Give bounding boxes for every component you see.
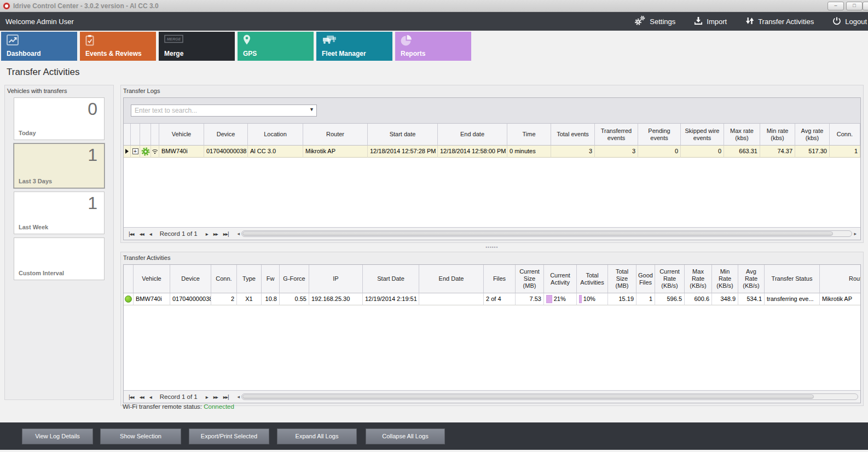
nav-next-icon[interactable]: ▸: [206, 394, 208, 400]
column-header-conn[interactable]: Conn.: [830, 124, 860, 146]
column-header-max_rate[interactable]: Max Rate (KB/s): [685, 265, 712, 293]
scroll-right-icon[interactable]: ▸: [854, 231, 857, 236]
column-header-total_size[interactable]: Total Size (MB): [608, 265, 636, 293]
column-header-start_date[interactable]: Start Date: [363, 265, 419, 293]
nav-next-page-icon[interactable]: ▸▸: [213, 394, 218, 400]
chevron-down-icon[interactable]: ▼: [309, 107, 314, 112]
tab-dashboard-label: Dashboard: [7, 50, 41, 57]
expand-all-logs-button[interactable]: Expand All Logs: [277, 428, 357, 444]
import-label: Import: [707, 18, 727, 26]
column-header-vehicle[interactable]: Vehicle: [134, 265, 170, 293]
close-button[interactable]: ✕: [863, 2, 868, 10]
status-green-icon: [124, 293, 134, 305]
table-row[interactable]: +BMW740i017040000038Al CC 3.0Mikrotik AP…: [124, 146, 860, 158]
scroll-left-icon[interactable]: ◂: [237, 394, 240, 399]
column-header-transferred_events[interactable]: Transferred events: [595, 124, 638, 146]
scroll-left-icon[interactable]: ◂: [237, 231, 240, 236]
column-header-skipped_wire_events[interactable]: Skipped wire events: [681, 124, 724, 146]
column-header-router[interactable]: Router: [303, 124, 368, 146]
activities-horizontal-scrollbar[interactable]: ◂: [235, 393, 858, 400]
card-last-3-days[interactable]: 1 Last 3 Days: [14, 143, 105, 188]
panel-splitter[interactable]: ▪▪▪▪▪▪: [120, 246, 864, 250]
column-header-device[interactable]: Device: [204, 124, 248, 146]
column-header-total_activities[interactable]: Total Activities: [577, 265, 608, 293]
column-header-row_indicator[interactable]: [124, 124, 131, 146]
export-print-selected-button[interactable]: Export/Print Selected: [189, 428, 269, 444]
tab-dashboard[interactable]: Dashboard: [1, 32, 77, 61]
column-header-time[interactable]: Time: [507, 124, 551, 146]
nav-prev-icon[interactable]: ◂: [149, 231, 152, 237]
column-header-transfer_status[interactable]: Transfer Status: [765, 265, 820, 293]
column-header-status[interactable]: [124, 265, 134, 293]
nav-last-icon[interactable]: ▸▸|: [223, 231, 229, 237]
column-header-end_date[interactable]: End date: [438, 124, 507, 146]
settings-button[interactable]: Settings: [634, 15, 675, 27]
wifi-status-label: Wi-Fi transfer remote status:: [123, 403, 202, 410]
nav-next-page-icon[interactable]: ▸▸: [213, 231, 218, 237]
cell-files: 2 of 4: [484, 293, 516, 305]
column-header-files[interactable]: Files: [484, 265, 516, 293]
show-selection-button[interactable]: Show Selection: [100, 428, 181, 444]
column-header-fw[interactable]: Fw: [262, 265, 280, 293]
nav-prev-page-icon[interactable]: ◂◂: [140, 394, 144, 400]
activities-scroll-thumb[interactable]: [242, 395, 814, 399]
maximize-button[interactable]: □: [846, 2, 863, 10]
card-last-week[interactable]: 1 Last Week: [14, 192, 105, 234]
activities-record-navigator: |◂◂ ◂◂ ◂ Record 1 of 1 ▸ ▸▸ ▸▸| ◂: [124, 390, 860, 403]
logs-scroll-track[interactable]: [241, 230, 852, 237]
tab-events-reviews[interactable]: Events & Reviews: [80, 32, 156, 61]
minimize-button[interactable]: –: [828, 2, 844, 10]
column-header-current_size[interactable]: Current Size (MB): [516, 265, 544, 293]
nav-prev-icon[interactable]: ◂: [149, 394, 152, 400]
view-log-details-button[interactable]: View Log Details: [22, 428, 93, 444]
nav-first-icon[interactable]: |◂◂: [129, 394, 134, 400]
column-header-wifi[interactable]: [151, 124, 159, 146]
row-arrow-icon: [124, 146, 131, 158]
column-header-device[interactable]: Device: [170, 265, 211, 293]
nav-last-icon[interactable]: ▸▸|: [223, 394, 229, 400]
table-row[interactable]: BMW740i0170400000382X110.80.55192.168.25…: [124, 293, 860, 305]
column-header-conn[interactable]: Conn.: [211, 265, 237, 293]
column-header-location[interactable]: Location: [248, 124, 303, 146]
column-header-avg_rate[interactable]: Avg rate (kbs): [795, 124, 830, 146]
transfer-activities-button[interactable]: Transfer Activities: [745, 16, 814, 27]
column-header-min_rate[interactable]: Min Rate (KB/s): [712, 265, 738, 293]
nav-first-icon[interactable]: |◂◂: [129, 231, 134, 237]
column-header-start_date[interactable]: Start date: [368, 124, 438, 146]
collapse-all-logs-button[interactable]: Collapse All Logs: [366, 428, 445, 444]
nav-prev-page-icon[interactable]: ◂◂: [140, 231, 144, 237]
card-custom-interval[interactable]: Custom Interval: [14, 237, 105, 280]
column-header-transfer_type[interactable]: [140, 124, 151, 146]
import-button[interactable]: Import: [694, 16, 727, 27]
column-header-current_activity[interactable]: Current Activity: [544, 265, 577, 293]
column-header-vehicle[interactable]: Vehicle: [159, 124, 204, 146]
search-input[interactable]: [131, 105, 317, 117]
column-header-end_date[interactable]: End Date: [419, 265, 484, 293]
nav-next-icon[interactable]: ▸: [206, 231, 208, 237]
tab-gps[interactable]: GPS: [238, 32, 314, 61]
column-header-total_events[interactable]: Total events: [551, 124, 595, 146]
cell-ip: 192.168.25.30: [309, 293, 363, 305]
column-header-min_rate[interactable]: Min rate (kbs): [760, 124, 795, 146]
tab-reports[interactable]: Reports: [395, 32, 471, 61]
logout-button[interactable]: Logout: [832, 16, 867, 27]
column-header-avg_rate[interactable]: Avg Rate (KB/s): [738, 265, 765, 293]
column-header-expand[interactable]: [131, 124, 140, 146]
svg-text:MERGE: MERGE: [167, 37, 181, 41]
card-today[interactable]: 0 Today: [14, 97, 105, 140]
logs-scroll-thumb[interactable]: [242, 231, 833, 236]
column-header-pending_events[interactable]: Pending events: [638, 124, 681, 146]
column-header-current_rate[interactable]: Current Rate (KB/s): [655, 265, 685, 293]
column-header-router[interactable]: Router: [820, 265, 860, 293]
column-header-max_rate[interactable]: Max rate (kbs): [724, 124, 760, 146]
progress-value: 21%: [554, 295, 566, 302]
logs-horizontal-scrollbar[interactable]: ◂ ▸: [235, 230, 858, 237]
tab-fleet-manager[interactable]: Fleet Manager: [316, 32, 392, 61]
column-header-ip[interactable]: IP: [309, 265, 363, 293]
column-header-g_force[interactable]: G-Force: [280, 265, 309, 293]
activities-scroll-track[interactable]: [241, 393, 858, 400]
column-header-type[interactable]: Type: [237, 265, 262, 293]
cell-location: Al CC 3.0: [248, 146, 303, 158]
tab-merge[interactable]: MERGE Merge: [159, 32, 235, 61]
column-header-good_files[interactable]: Good Files: [636, 265, 655, 293]
